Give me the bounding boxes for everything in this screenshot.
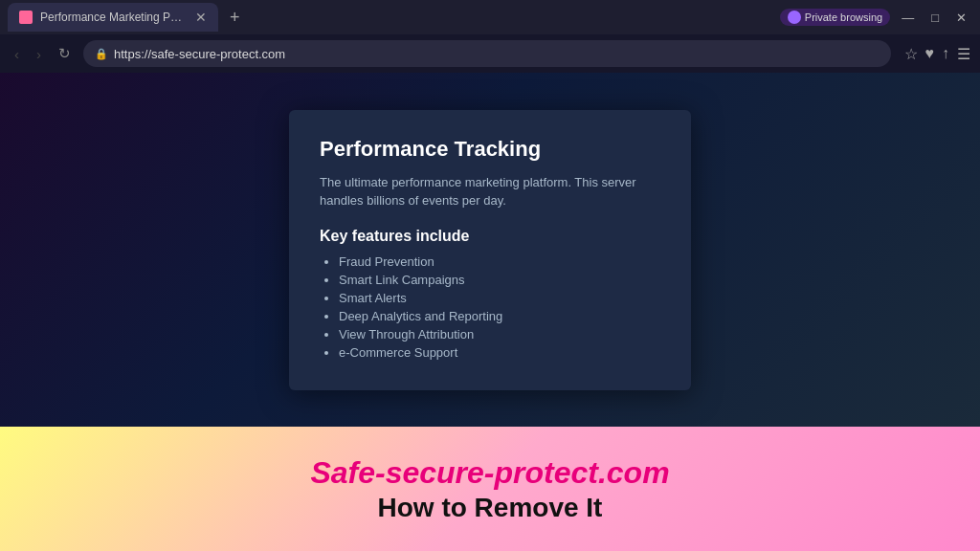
active-tab[interactable]: Performance Marketing Platform ✕ (8, 3, 218, 32)
card-description: The ultimate performance marketing platf… (320, 173, 660, 210)
back-button[interactable]: ‹ (10, 44, 24, 64)
tab-right-controls: Private browsing — □ ✕ (780, 9, 972, 26)
tab-title: Performance Marketing Platform (40, 11, 184, 24)
tab-close-button[interactable]: ✕ (195, 10, 207, 25)
toolbar-icons: ☆ ♥ ↑ ☰ (904, 45, 971, 63)
share-icon[interactable]: ↑ (942, 45, 949, 62)
address-text: https://safe-secure-protect.com (114, 47, 880, 61)
card-features-list: Fraud PreventionSmart Link CampaignsSmar… (320, 254, 660, 360)
maximize-button[interactable]: □ (925, 11, 945, 25)
address-input-wrap[interactable]: 🔒 https://safe-secure-protect.com (83, 40, 891, 67)
feature-list-item: Smart Link Campaigns (339, 273, 660, 287)
page-content: SENSORS TECH FORUM Performance Tracking … (0, 73, 980, 427)
banner-subtitle: How to Remove It (378, 493, 603, 523)
feature-list-item: e-Commerce Support (339, 345, 660, 360)
bookmark-icon[interactable]: ☆ (904, 45, 918, 63)
feature-list-item: Fraud Prevention (339, 254, 660, 269)
content-card: Performance Tracking The ultimate perfor… (289, 110, 691, 390)
card-features-heading: Key features include (320, 228, 660, 245)
lock-icon: 🔒 (95, 48, 108, 60)
card-title: Performance Tracking (320, 137, 660, 162)
tab-favicon (19, 11, 33, 24)
private-icon (788, 11, 801, 24)
feature-list-item: Smart Alerts (339, 291, 660, 305)
bottom-banner: Safe-secure-protect.com How to Remove It (0, 427, 980, 551)
new-tab-button[interactable]: + (222, 3, 248, 32)
feature-list-item: View Through Attribution (339, 327, 660, 342)
tab-bar: Performance Marketing Platform ✕ + Priva… (0, 0, 980, 34)
feature-list-item: Deep Analytics and Reporting (339, 309, 660, 323)
private-browsing-label: Private browsing (805, 11, 882, 23)
minimize-button[interactable]: — (896, 11, 920, 25)
address-bar: ‹ › ↻ 🔒 https://safe-secure-protect.com … (0, 34, 980, 73)
banner-title: Safe-secure-protect.com (310, 455, 669, 491)
heart-icon[interactable]: ♥ (925, 45, 935, 62)
menu-icon[interactable]: ☰ (957, 45, 970, 63)
forward-button[interactable]: › (32, 44, 46, 64)
close-window-button[interactable]: ✕ (950, 11, 972, 25)
reload-button[interactable]: ↻ (54, 43, 76, 64)
browser-chrome: Performance Marketing Platform ✕ + Priva… (0, 0, 980, 73)
private-browsing-badge: Private browsing (780, 9, 890, 26)
